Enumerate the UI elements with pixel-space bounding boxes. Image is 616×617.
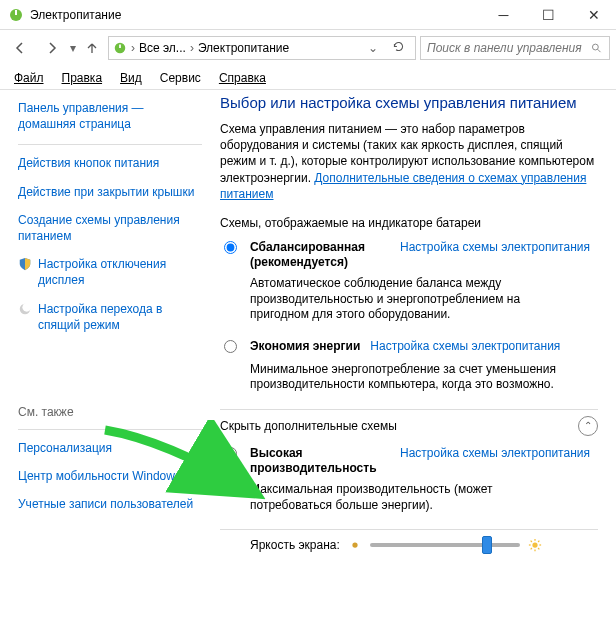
svg-rect-3: [119, 45, 121, 49]
refresh-button[interactable]: [386, 40, 411, 56]
svg-line-16: [530, 548, 531, 549]
arrow-right-icon: [44, 40, 60, 56]
maximize-button[interactable]: ☐: [526, 0, 571, 30]
see-also-mobility[interactable]: Центр мобильности Windows: [18, 468, 202, 484]
close-button[interactable]: ✕: [571, 0, 616, 30]
power-icon: [8, 7, 24, 23]
divider: [18, 144, 202, 145]
plan-name: Сбалансированная (рекомендуется): [250, 240, 390, 270]
page-description: Схема управления питанием — это набор па…: [220, 121, 598, 202]
sidebar-link-buttons[interactable]: Действия кнопок питания: [18, 155, 202, 171]
plan-description: Минимальное энергопотребление за счет ум…: [220, 362, 560, 393]
svg-point-7: [22, 302, 31, 311]
breadcrumb-item[interactable]: Электропитание: [198, 41, 289, 55]
svg-line-15: [538, 548, 539, 549]
content-area: Панель управления — домашняя страница Де…: [0, 90, 616, 617]
see-also-heading: См. также: [18, 405, 202, 419]
nav-up-button[interactable]: [80, 36, 104, 60]
moon-icon: [18, 302, 32, 316]
shield-icon: [18, 257, 32, 271]
svg-point-9: [532, 542, 537, 547]
brightness-control: Яркость экрана:: [220, 529, 598, 552]
page-title: Выбор или настройка схемы управления пит…: [220, 94, 598, 111]
address-dropdown-icon[interactable]: ⌄: [364, 41, 382, 55]
plan-description: Автоматическое соблюдение баланса между …: [220, 276, 560, 323]
window-title: Электропитание: [30, 8, 481, 22]
menu-edit[interactable]: Правка: [54, 69, 111, 87]
menubar: Файл Правка Вид Сервис Справка: [0, 66, 616, 90]
plan-radio-high-performance[interactable]: [224, 447, 237, 460]
arrow-up-icon: [85, 41, 99, 55]
svg-rect-1: [15, 10, 17, 15]
sidebar-link-sleep[interactable]: Настройка перехода в спящий режим: [38, 301, 202, 333]
plan-settings-link[interactable]: Настройка схемы электропитания: [370, 339, 560, 353]
plan-radio-energy-saver[interactable]: [224, 340, 237, 353]
svg-point-8: [352, 542, 357, 547]
svg-line-14: [530, 541, 531, 542]
nav-forward-button[interactable]: [38, 34, 66, 62]
plan-name: Высокая производительность: [250, 446, 390, 476]
refresh-icon: [392, 40, 405, 53]
main-panel: Выбор или настройка схемы управления пит…: [210, 90, 616, 617]
brightness-slider[interactable]: [370, 543, 520, 547]
svg-line-5: [598, 49, 601, 52]
svg-point-4: [593, 44, 599, 50]
chevron-up-icon: ⌃: [578, 416, 598, 436]
plan-description: Максимальная производительность (может п…: [220, 482, 560, 513]
search-box[interactable]: [420, 36, 610, 60]
plan-settings-link[interactable]: Настройка схемы электропитания: [400, 446, 590, 460]
titlebar: Электропитание ─ ☐ ✕: [0, 0, 616, 30]
menu-service[interactable]: Сервис: [152, 69, 209, 87]
nav-back-button[interactable]: [6, 34, 34, 62]
sidebar-home-link[interactable]: Панель управления — домашняя страница: [18, 100, 202, 132]
sidebar-link-create-plan[interactable]: Создание схемы управления питанием: [18, 212, 202, 244]
divider: [18, 429, 202, 430]
plan-high-performance: Высокая производительность Настройка схе…: [220, 446, 598, 476]
plans-section-label: Схемы, отображаемые на индикаторе батаре…: [220, 216, 598, 230]
sun-dim-icon: [348, 538, 362, 552]
slider-thumb[interactable]: [482, 536, 492, 554]
see-also-personalization[interactable]: Персонализация: [18, 440, 202, 456]
plan-radio-balanced[interactable]: [224, 241, 237, 254]
plan-name: Экономия энергии: [250, 339, 360, 354]
svg-line-17: [538, 541, 539, 542]
search-icon: [591, 42, 603, 55]
plan-settings-link[interactable]: Настройка схемы электропитания: [400, 240, 590, 254]
sidebar-link-lid[interactable]: Действие при закрытии крышки: [18, 184, 202, 200]
address-bar[interactable]: › Все эл... › Электропитание ⌄: [108, 36, 416, 60]
see-also-accounts[interactable]: Учетные записи пользователей: [18, 496, 202, 512]
menu-view[interactable]: Вид: [112, 69, 150, 87]
nav-history-dropdown[interactable]: ▾: [70, 41, 76, 55]
additional-plans-toggle[interactable]: Скрыть дополнительные схемы ⌃: [220, 409, 598, 436]
power-icon: [113, 41, 127, 55]
breadcrumb-sep-icon: ›: [131, 41, 135, 55]
menu-help[interactable]: Справка: [211, 69, 274, 87]
sidebar: Панель управления — домашняя страница Де…: [0, 90, 210, 617]
sun-bright-icon: [528, 538, 542, 552]
nav-toolbar: ▾ › Все эл... › Электропитание ⌄: [0, 30, 616, 66]
plan-energy-saver: Экономия энергии Настройка схемы электро…: [220, 339, 598, 356]
collapse-label: Скрыть дополнительные схемы: [220, 419, 578, 433]
sidebar-link-display-off[interactable]: Настройка отключения дисплея: [38, 256, 202, 288]
breadcrumb-sep-icon: ›: [190, 41, 194, 55]
plan-balanced: Сбалансированная (рекомендуется) Настрой…: [220, 240, 598, 270]
arrow-left-icon: [12, 40, 28, 56]
brightness-label: Яркость экрана:: [250, 538, 340, 552]
menu-file[interactable]: Файл: [6, 69, 52, 87]
breadcrumb-item[interactable]: Все эл...: [139, 41, 186, 55]
minimize-button[interactable]: ─: [481, 0, 526, 30]
search-input[interactable]: [427, 41, 585, 55]
